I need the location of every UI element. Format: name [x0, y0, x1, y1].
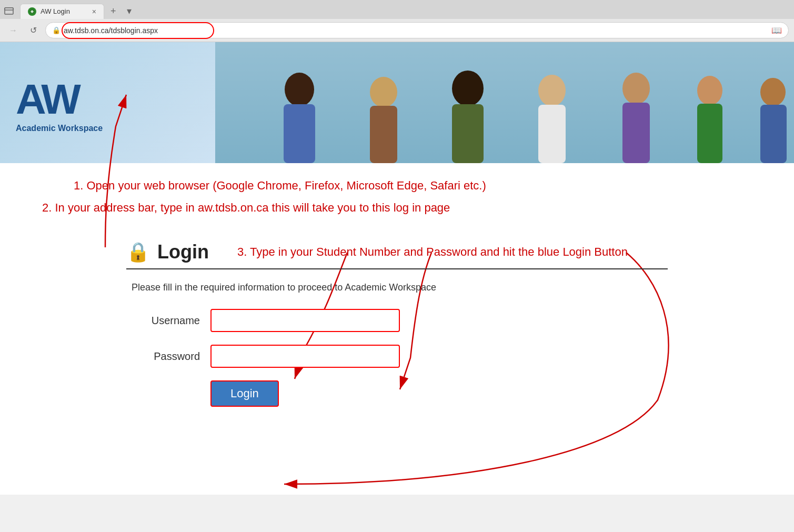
page-content: AW Academic Workspace: [0, 42, 794, 495]
svg-point-16: [697, 76, 722, 105]
svg-rect-19: [760, 105, 787, 163]
login-header: 🔒 Login 3. Type in your Student Number a…: [126, 241, 668, 269]
ssl-lock-icon: 🔒: [52, 26, 61, 34]
new-tab-button[interactable]: +: [106, 4, 120, 19]
reader-mode-icon: 📖: [771, 25, 782, 35]
back-button[interactable]: →: [5, 23, 21, 38]
svg-point-8: [370, 77, 397, 107]
svg-point-18: [760, 78, 786, 106]
aw-logo: AW Academic Workspace: [16, 73, 132, 133]
svg-point-6: [285, 73, 314, 106]
address-bar[interactable]: 🔒 📖: [45, 22, 789, 38]
svg-rect-13: [538, 105, 566, 163]
svg-point-14: [622, 73, 650, 104]
svg-point-12: [538, 75, 566, 106]
tab-menu-button[interactable]: ▾: [123, 3, 136, 19]
browser-toolbar: → ↺ 🔒 📖: [0, 19, 794, 42]
svg-rect-7: [284, 104, 315, 163]
students-photo: [215, 42, 794, 163]
hero-banner: AW Academic Workspace: [0, 42, 794, 163]
password-input[interactable]: [210, 345, 400, 368]
login-lock-icon: 🔒: [126, 241, 150, 263]
username-row: Username: [126, 309, 668, 332]
reload-button[interactable]: ↺: [25, 23, 41, 38]
browser-chrome: AW Login × + ▾ → ↺ 🔒 📖: [0, 0, 794, 42]
login-section: 🔒 Login 3. Type in your Student Number a…: [32, 230, 762, 417]
username-label: Username: [126, 315, 200, 327]
active-tab[interactable]: AW Login ×: [20, 4, 104, 19]
tab-bar: AW Login × + ▾: [0, 0, 794, 19]
svg-text:AW: AW: [16, 76, 81, 120]
username-input[interactable]: [210, 309, 400, 332]
step1-annotation: 1. Open your web browser (Google Chrome,…: [32, 179, 762, 193]
svg-rect-11: [452, 104, 484, 163]
annotations-area: 1. Open your web browser (Google Chrome,…: [0, 163, 794, 428]
login-title: Login: [157, 241, 209, 263]
step2-annotation: 2. In your address bar, type in aw.tdsb.…: [32, 201, 762, 215]
svg-rect-9: [370, 106, 397, 163]
aw-logo-letters: AW: [16, 73, 132, 126]
svg-rect-1: [5, 8, 13, 10]
login-button[interactable]: Login: [210, 380, 279, 407]
svg-point-10: [452, 71, 484, 106]
tab-title: AW Login: [41, 7, 88, 15]
window-controls: [4, 6, 14, 16]
step3-annotation: 3. Type in your Student Number and Passw…: [237, 245, 628, 259]
svg-rect-17: [697, 104, 722, 163]
password-row: Password: [126, 345, 668, 368]
tab-close-button[interactable]: ×: [92, 8, 96, 15]
login-button-row: Login: [210, 380, 668, 407]
tab-favicon: [28, 7, 36, 16]
svg-rect-15: [622, 103, 650, 163]
login-description: Please fill in the required information …: [132, 282, 668, 293]
url-input[interactable]: [64, 26, 768, 35]
password-label: Password: [126, 350, 200, 363]
window-icon: [4, 6, 14, 16]
